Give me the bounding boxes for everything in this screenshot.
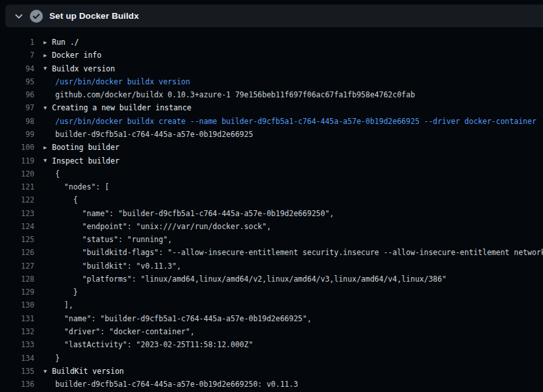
- line-number[interactable]: 96: [0, 90, 34, 99]
- log-row: 133 "lastActivity": "2023-02-25T11:58:12…: [0, 338, 543, 351]
- line-number[interactable]: 94: [0, 64, 34, 73]
- log-text: /usr/bin/docker buildx version: [55, 77, 190, 86]
- expand-group-icon[interactable]: ▶: [44, 145, 52, 151]
- line-number[interactable]: 120: [0, 169, 34, 178]
- log-row: 126 "buildkitd-flags": "--allow-insecure…: [0, 246, 543, 259]
- log-text: {: [55, 169, 60, 178]
- line-number[interactable]: 7: [0, 51, 34, 60]
- log-row: 136 builder-d9cfb5a1-c764-445a-a57e-0b19…: [0, 378, 543, 391]
- log-row: 131 "name": "builder-d9cfb5a1-c764-445a-…: [0, 312, 543, 325]
- log-group-row[interactable]: 1 ▶ Run ./: [0, 36, 543, 49]
- step-header[interactable]: Set up Docker Buildx: [5, 5, 543, 27]
- log-text: Run ./: [52, 38, 79, 47]
- log-text: }: [55, 354, 60, 363]
- line-number[interactable]: 119: [0, 156, 34, 165]
- log-row: 98 /usr/bin/docker buildx create --name …: [0, 115, 543, 128]
- log-row: 124 "endpoint": "unix:///var/run/docker.…: [0, 220, 543, 233]
- log-text: "driver": "docker-container",: [55, 327, 195, 336]
- line-number[interactable]: 1: [0, 38, 34, 47]
- line-number[interactable]: 122: [0, 195, 34, 204]
- line-number[interactable]: 130: [0, 300, 34, 310]
- log-row: 121 "nodes": [: [0, 180, 543, 193]
- log-text: "buildkitd-flags": "--allow-insecure-ent…: [55, 248, 543, 257]
- log-row: 122 {: [0, 193, 543, 206]
- expand-group-icon[interactable]: ▶: [44, 40, 52, 45]
- log-text: "name": "builder-d9cfb5a1-c764-445a-a57e…: [55, 209, 334, 218]
- line-number[interactable]: 121: [0, 182, 34, 191]
- log-group-row[interactable]: 119 ▼ Inspect builder: [0, 154, 543, 167]
- collapse-group-icon[interactable]: ▼: [44, 369, 52, 374]
- log-row: 123 "name": "builder-d9cfb5a1-c764-445a-…: [0, 206, 543, 219]
- line-number[interactable]: 123: [0, 209, 34, 218]
- line-number[interactable]: 124: [0, 222, 34, 231]
- log-text: Booting builder: [52, 143, 120, 152]
- log-row: 99 builder-d9cfb5a1-c764-445a-a57e-0b19d…: [0, 128, 543, 141]
- log-text: }: [55, 288, 78, 297]
- log-text: {: [55, 195, 78, 204]
- log-row: 134 }: [0, 351, 543, 364]
- chevron-down-icon[interactable]: [12, 9, 26, 23]
- log-group-row[interactable]: 100 ▶ Booting builder: [0, 141, 543, 154]
- log-text: BuildKit version: [52, 367, 124, 376]
- line-number[interactable]: 127: [0, 262, 34, 271]
- log-lines: 1 ▶ Run ./ 7 ▶ Docker info 94 ▼ Buildx v…: [0, 36, 543, 391]
- log-text: "buildkit": "v0.11.3",: [55, 262, 181, 271]
- line-number[interactable]: 99: [0, 130, 34, 139]
- line-number[interactable]: 126: [0, 248, 34, 257]
- log-text: Buildx version: [52, 64, 115, 73]
- log-row: 128 "platforms": "linux/amd64,linux/amd6…: [0, 273, 543, 286]
- collapse-group-icon[interactable]: ▼: [44, 66, 52, 71]
- log-group-row[interactable]: 94 ▼ Buildx version: [0, 62, 543, 75]
- log-row: 120 {: [0, 167, 543, 180]
- line-number[interactable]: 125: [0, 235, 34, 244]
- line-number[interactable]: 134: [0, 354, 34, 363]
- line-number[interactable]: 100: [0, 143, 34, 152]
- line-number[interactable]: 135: [0, 367, 34, 376]
- log-group-row[interactable]: 97 ▼ Creating a new builder instance: [0, 101, 543, 114]
- line-number[interactable]: 95: [0, 77, 34, 86]
- log-group-row[interactable]: 7 ▶ Docker info: [0, 49, 543, 62]
- log-row: 95 /usr/bin/docker buildx version: [0, 75, 543, 88]
- line-number[interactable]: 131: [0, 314, 34, 323]
- log-text: builder-d9cfb5a1-c764-445a-a57e-0b19d2e6…: [55, 130, 253, 139]
- log-row: 96 github.com/docker/buildx 0.10.3+azure…: [0, 88, 543, 101]
- collapse-group-icon[interactable]: ▼: [44, 158, 52, 164]
- log-text: builder-d9cfb5a1-c764-445a-a57e-0b19d2e6…: [55, 380, 298, 389]
- log-text: /usr/bin/docker buildx create --name bui…: [55, 117, 537, 126]
- log-text: Docker info: [52, 51, 101, 60]
- log-text: github.com/docker/buildx 0.10.3+azure-1 …: [55, 90, 415, 99]
- line-number[interactable]: 129: [0, 288, 34, 297]
- line-number[interactable]: 136: [0, 380, 34, 389]
- log-text: "lastActivity": "2023-02-25T11:58:12.000…: [55, 340, 253, 349]
- check-circle-icon: [30, 10, 43, 23]
- log-text: Inspect builder: [52, 156, 120, 165]
- collapse-group-icon[interactable]: ▼: [44, 105, 52, 111]
- log-text: "endpoint": "unix:///var/run/docker.sock…: [55, 222, 271, 231]
- line-number[interactable]: 132: [0, 327, 34, 336]
- step-title: Set up Docker Buildx: [49, 11, 139, 21]
- line-number[interactable]: 128: [0, 275, 34, 284]
- log-row: 125 "status": "running",: [0, 233, 543, 246]
- log-group-row[interactable]: 135 ▼ BuildKit version: [0, 365, 543, 378]
- log-row: 130 ],: [0, 299, 543, 312]
- line-number[interactable]: 98: [0, 117, 34, 126]
- line-number[interactable]: 133: [0, 340, 34, 349]
- log-text: Creating a new builder instance: [52, 103, 192, 112]
- log-text: ],: [55, 300, 73, 310]
- log-text: "nodes": [: [55, 182, 109, 191]
- log-text: "platforms": "linux/amd64,linux/amd64/v2…: [55, 275, 446, 284]
- log-text: "name": "builder-d9cfb5a1-c764-445a-a57e…: [55, 314, 312, 323]
- log-text: "status": "running",: [55, 235, 172, 244]
- line-number[interactable]: 97: [0, 103, 34, 112]
- log-row: 132 "driver": "docker-container",: [0, 325, 543, 338]
- expand-group-icon[interactable]: ▶: [44, 53, 52, 58]
- log-row: 127 "buildkit": "v0.11.3",: [0, 260, 543, 273]
- log-row: 129 }: [0, 286, 543, 299]
